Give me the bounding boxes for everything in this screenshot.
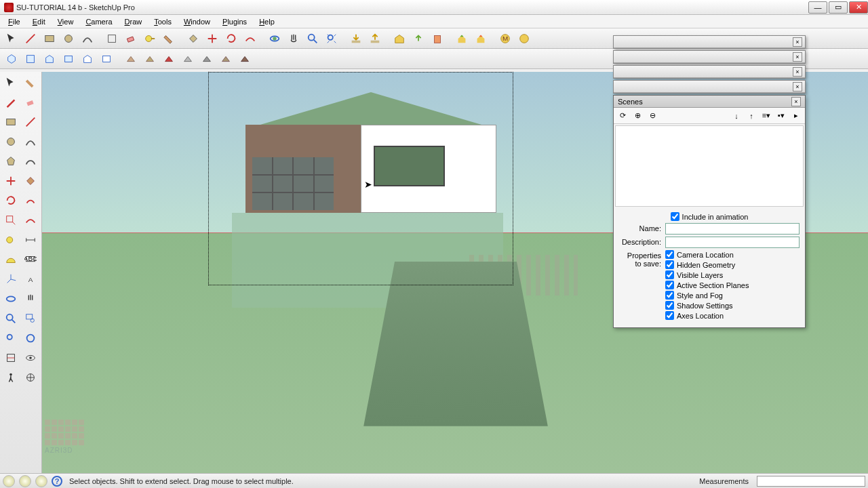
offset-icon[interactable]: [241, 30, 259, 47]
polygon-icon[interactable]: [1, 152, 20, 170]
close-icon[interactable]: ×: [793, 67, 802, 77]
3dtext-icon[interactable]: A: [21, 270, 39, 288]
thumb-icon[interactable]: ▪▾: [775, 110, 787, 122]
menu-camera[interactable]: Camera: [80, 16, 117, 27]
close-button[interactable]: ✕: [849, 1, 868, 14]
style7-icon[interactable]: [236, 50, 254, 68]
rotate2-icon[interactable]: [1, 191, 20, 209]
protractor-icon[interactable]: [1, 250, 20, 268]
zoomwin-icon[interactable]: [21, 309, 39, 327]
upload-icon[interactable]: [410, 30, 427, 47]
offset2-icon[interactable]: [21, 211, 39, 229]
menu-tools[interactable]: Tools: [149, 16, 177, 27]
zoomext-icon[interactable]: [1, 329, 20, 347]
paint-icon[interactable]: [160, 30, 178, 47]
eraser-icon[interactable]: [122, 30, 140, 47]
component-icon[interactable]: [103, 30, 121, 47]
share-model-icon[interactable]: [366, 30, 384, 47]
move-up-icon[interactable]: ↑: [745, 110, 757, 122]
circle2-icon[interactable]: [1, 132, 20, 150]
text-icon[interactable]: ABC: [21, 250, 39, 268]
line-tool-icon[interactable]: [22, 30, 39, 47]
prop-axes[interactable]: Axes Location: [665, 311, 749, 320]
rotate-icon[interactable]: [222, 30, 240, 47]
followme-icon[interactable]: [21, 191, 39, 209]
zoom-extents-icon[interactable]: [323, 30, 340, 47]
menu-draw[interactable]: Draw: [119, 16, 148, 27]
help-icon[interactable]: ?: [52, 476, 62, 487]
prop-style[interactable]: Style and Fog: [665, 291, 749, 300]
orbit2-icon[interactable]: [1, 289, 20, 308]
warehouse-icon[interactable]: [391, 30, 408, 47]
front-view-icon[interactable]: [41, 50, 58, 68]
prop-shadow[interactable]: Shadow Settings: [665, 301, 749, 310]
walk-icon[interactable]: [1, 368, 20, 386]
style4-icon[interactable]: [179, 50, 197, 68]
collapsed-tray-4[interactable]: ×: [613, 80, 806, 94]
measurements-input[interactable]: [757, 476, 865, 487]
prop-hidden[interactable]: Hidden Geometry: [665, 260, 749, 269]
style2-icon[interactable]: [141, 50, 159, 68]
zoom2-icon[interactable]: [1, 309, 20, 327]
scene-desc-input[interactable]: [665, 237, 800, 248]
include-animation-checkbox[interactable]: Include in animation: [671, 212, 749, 221]
pencil-icon[interactable]: [1, 93, 20, 111]
building-icon[interactable]: [429, 30, 446, 47]
pushpull-icon[interactable]: [184, 30, 202, 47]
prop-section[interactable]: Active Section Planes: [665, 281, 749, 289]
geo-icon[interactable]: [3, 475, 15, 487]
detail-icon[interactable]: ▸: [790, 110, 802, 122]
scenes-header[interactable]: Scenes ×: [614, 96, 805, 108]
circle-tool-icon[interactable]: [60, 30, 77, 47]
collapsed-tray-1[interactable]: ×: [613, 35, 806, 49]
look-icon[interactable]: [21, 348, 39, 367]
orbit-icon[interactable]: [266, 30, 283, 47]
menu-edit[interactable]: Edit: [27, 16, 51, 27]
tape-icon[interactable]: [141, 30, 159, 47]
maximize-button[interactable]: ▭: [829, 1, 848, 14]
medal-icon[interactable]: M: [496, 30, 514, 47]
back-view-icon[interactable]: [79, 50, 96, 68]
select-tool-icon[interactable]: [3, 30, 20, 47]
close-icon[interactable]: ×: [793, 52, 802, 62]
badge-icon[interactable]: [515, 30, 533, 47]
arc-tool-icon[interactable]: [79, 30, 96, 47]
left-view-icon[interactable]: [98, 50, 115, 68]
zoom-icon[interactable]: [304, 30, 321, 47]
get-model-icon[interactable]: [347, 30, 365, 47]
house-up-icon[interactable]: [453, 30, 471, 47]
menu-window[interactable]: Window: [178, 16, 216, 27]
minimize-button[interactable]: —: [808, 1, 827, 14]
arc2-icon[interactable]: [21, 132, 39, 150]
iso-view-icon[interactable]: [3, 50, 20, 68]
menu-file[interactable]: File: [3, 16, 26, 27]
pan-icon[interactable]: [285, 30, 302, 47]
info-icon[interactable]: [35, 475, 47, 487]
right-view-icon[interactable]: [60, 50, 77, 68]
pushpull2-icon[interactable]: [21, 171, 39, 190]
paint-bucket-icon[interactable]: [21, 73, 39, 92]
menu-view[interactable]: View: [52, 16, 79, 27]
eraser2-icon[interactable]: [21, 93, 39, 111]
select-icon[interactable]: [1, 73, 20, 92]
close-icon[interactable]: ×: [793, 37, 802, 47]
move-icon[interactable]: [203, 30, 221, 47]
menu-help[interactable]: Help: [254, 16, 280, 27]
rectangle-tool-icon[interactable]: [41, 30, 58, 47]
collapsed-tray-2[interactable]: ×: [613, 50, 806, 64]
tape2-icon[interactable]: [1, 230, 20, 249]
top-view-icon[interactable]: [22, 50, 39, 68]
close-icon[interactable]: ×: [793, 82, 802, 92]
dimension-icon[interactable]: [21, 230, 39, 249]
scene-name-input[interactable]: [665, 223, 800, 235]
refresh-icon[interactable]: ⟳: [616, 110, 629, 122]
position-icon[interactable]: [21, 368, 39, 386]
rect2-icon[interactable]: [1, 113, 20, 131]
list-icon[interactable]: ≡▾: [760, 110, 772, 122]
credits-icon[interactable]: [19, 475, 31, 487]
style1-icon[interactable]: [122, 50, 140, 68]
menu-plugins[interactable]: Plugins: [217, 16, 252, 27]
style3-icon[interactable]: [160, 50, 178, 68]
move2-icon[interactable]: [1, 171, 20, 190]
remove-scene-icon[interactable]: ⊖: [646, 110, 658, 122]
